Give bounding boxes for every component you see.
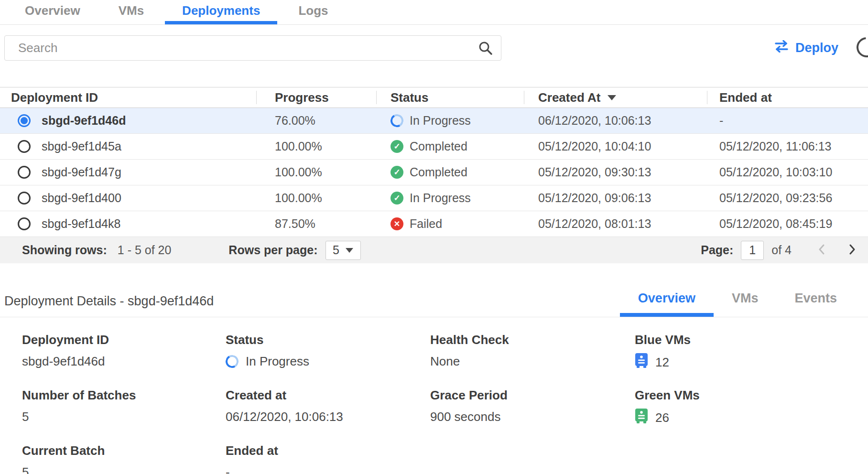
status-in-progress-spinner-icon	[389, 113, 405, 129]
field-health-check: Health Check None	[430, 333, 635, 372]
column-header-progress: Progress	[256, 87, 376, 108]
showing-rows-value: 1 - 5 of 20	[118, 243, 172, 257]
field-green-vms: Green VMs 26	[635, 388, 868, 427]
previous-page-button[interactable]	[816, 242, 827, 258]
row-radio[interactable]	[18, 140, 31, 153]
field-number-of-batches: Number of Batches 5	[22, 388, 226, 427]
deployment-id: sbgd-9ef1d46d	[42, 114, 126, 128]
search-input[interactable]	[4, 35, 501, 61]
deploy-button[interactable]: Deploy	[774, 40, 838, 56]
tab-deployments[interactable]: Deployments	[165, 0, 277, 24]
progress-value: 100.00%	[256, 165, 376, 179]
status-text: Failed	[410, 217, 442, 231]
created-at-value: 05/12/2020, 09:06:13	[524, 191, 707, 205]
ended-at-value: 05/12/2020, 09:23:56	[707, 191, 868, 205]
refresh-icon[interactable]	[852, 33, 868, 61]
field-created-at: Created at 06/12/2020, 10:06:13	[226, 388, 430, 427]
deploy-label: Deploy	[795, 41, 838, 55]
ended-at-value: 05/12/2020, 08:45:19	[707, 217, 868, 231]
sort-desc-icon	[608, 95, 616, 100]
toolbar: Deploy	[0, 35, 868, 74]
table-row[interactable]: sbgd-9ef1d400 100.00% ✓ In Progress 05/1…	[0, 185, 868, 211]
deployment-id: sbgd-9ef1d4k8	[42, 217, 120, 231]
table-row[interactable]: sbgd-9ef1d45a 100.00% ✓ Completed 05/12/…	[0, 134, 868, 160]
page-controls: Page: of 4	[701, 241, 868, 260]
top-tab-bar: Overview VMs Deployments Logs	[0, 0, 868, 25]
status-in-progress-spinner-icon	[224, 353, 240, 369]
status-completed-check-icon: ✓	[391, 192, 403, 205]
chevron-down-icon	[346, 248, 353, 253]
table-header: Deployment ID Progress Status Created At…	[0, 87, 868, 108]
status-text: Completed	[410, 140, 467, 153]
page-total: of 4	[771, 243, 792, 257]
tab-overview[interactable]: Overview	[8, 0, 98, 24]
field-blue-vms: Blue VMs 12	[635, 333, 868, 372]
deploy-arrows-icon	[774, 40, 789, 56]
row-radio[interactable]	[18, 166, 31, 179]
status-text: In Progress	[410, 191, 471, 205]
deployment-id: sbgd-9ef1d400	[42, 191, 121, 205]
column-header-created-at[interactable]: Created At	[524, 87, 707, 108]
status-text: In Progress	[410, 114, 471, 128]
row-radio[interactable]	[18, 217, 31, 230]
showing-rows-label: Showing rows:	[22, 243, 107, 257]
deployment-id: sbgd-9ef1d47g	[42, 165, 121, 179]
progress-value: 87.50%	[256, 217, 376, 231]
field-deployment-id: Deployment ID sbgd-9ef1d46d	[22, 333, 226, 372]
progress-value: 100.00%	[256, 140, 376, 153]
rows-per-page-select[interactable]: 5	[326, 241, 361, 260]
tab-vms[interactable]: VMs	[101, 0, 161, 24]
details-tab-bar: Overview VMs Events	[620, 291, 855, 317]
status-failed-x-icon: ✕	[391, 217, 403, 230]
details-header: Deployment Details - sbgd-9ef1d46d Overv…	[0, 291, 868, 317]
created-at-value: 06/12/2020, 10:06:13	[524, 114, 707, 128]
field-current-batch: Current Batch 5	[22, 443, 226, 474]
column-header-status: Status	[376, 87, 524, 108]
blue-vm-icon	[635, 353, 648, 372]
progress-value: 100.00%	[256, 191, 376, 205]
details-tab-overview[interactable]: Overview	[620, 291, 714, 317]
column-header-deployment-id: Deployment ID	[0, 87, 256, 108]
tab-logs[interactable]: Logs	[281, 0, 345, 24]
field-ended-at: Ended at -	[226, 443, 430, 474]
page-number-input[interactable]	[741, 241, 764, 260]
table-row[interactable]: sbgd-9ef1d4k8 87.50% ✕ Failed 05/12/2020…	[0, 211, 868, 237]
table-row[interactable]: sbgd-9ef1d46d 76.00% In Progress 06/12/2…	[0, 108, 868, 134]
ended-at-value: 05/12/2020, 11:06:13	[707, 140, 868, 153]
field-grace-period: Grace Period 900 seconds	[430, 388, 635, 427]
details-grid: Deployment ID sbgd-9ef1d46d Status In Pr…	[0, 333, 868, 474]
created-at-value: 05/12/2020, 08:01:13	[524, 217, 707, 231]
created-at-value: 05/12/2020, 10:04:10	[524, 140, 707, 153]
details-tab-vms[interactable]: VMs	[714, 291, 777, 317]
created-at-value: 05/12/2020, 09:30:13	[524, 165, 707, 179]
table-footer: Showing rows: 1 - 5 of 20 Rows per page:…	[0, 237, 868, 263]
progress-value: 76.00%	[256, 114, 376, 128]
ended-at-value: 05/12/2020, 10:03:10	[707, 165, 868, 179]
details-title: Deployment Details - sbgd-9ef1d46d	[4, 294, 214, 317]
green-vm-icon	[635, 409, 648, 427]
details-tab-events[interactable]: Events	[776, 291, 855, 317]
status-completed-check-icon: ✓	[391, 166, 403, 179]
deployment-id: sbgd-9ef1d45a	[42, 140, 121, 153]
table-row[interactable]: sbgd-9ef1d47g 100.00% ✓ Completed 05/12/…	[0, 160, 868, 185]
page-label: Page:	[701, 243, 733, 257]
status-completed-check-icon: ✓	[391, 140, 403, 153]
row-radio-selected[interactable]	[18, 114, 31, 127]
row-radio[interactable]	[18, 192, 31, 205]
rows-per-page-value: 5	[333, 243, 339, 257]
ended-at-value: -	[707, 114, 868, 128]
next-page-button[interactable]	[847, 242, 857, 258]
rows-per-page-label: Rows per page:	[228, 243, 317, 257]
status-text: Completed	[410, 165, 467, 179]
column-header-ended-at: Ended at	[707, 87, 868, 108]
field-status: Status In Progress	[226, 333, 430, 372]
